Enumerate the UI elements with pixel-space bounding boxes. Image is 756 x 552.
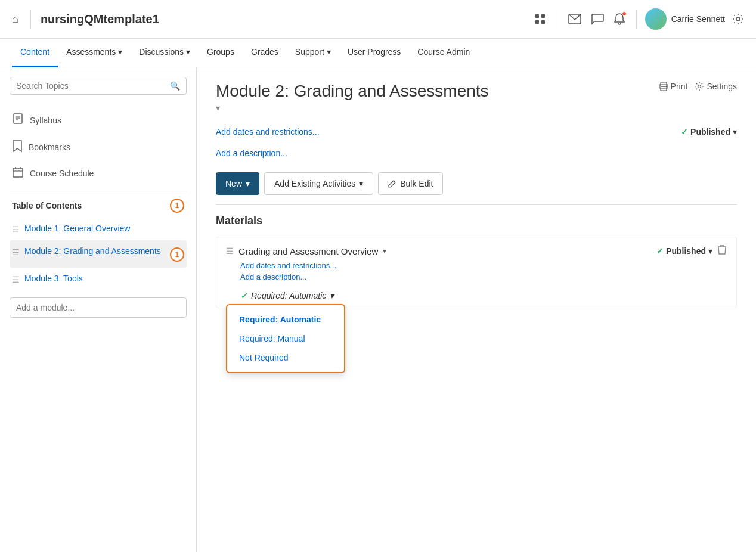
add-module-input[interactable] xyxy=(10,297,187,318)
material-actions: ✓ Published ▾ xyxy=(656,244,727,258)
settings-content-button[interactable]: Settings xyxy=(695,82,737,91)
avatar xyxy=(645,8,667,30)
chevron-down-icon: ▾ xyxy=(118,47,122,57)
calendar-icon xyxy=(12,166,24,180)
nav-course-admin[interactable]: Course Admin xyxy=(409,39,478,67)
separator-3 xyxy=(636,10,637,29)
sidebar: 🔍 Syllabus Bookmarks xyxy=(0,67,197,552)
nav-user-progress[interactable]: User Progress xyxy=(339,39,409,67)
module-collapse-btn[interactable]: ▾ xyxy=(216,103,489,113)
svg-rect-10 xyxy=(13,168,23,177)
edit-icon xyxy=(388,179,396,188)
title-actions: Print Settings xyxy=(659,82,737,91)
mail-button[interactable] xyxy=(566,11,584,27)
grid-icon xyxy=(534,13,546,25)
material-add-desc-link[interactable]: Add a description... xyxy=(226,271,727,286)
top-bar-left: ⌂ nursingQMtemplate1 xyxy=(10,10,525,29)
print-button[interactable]: Print xyxy=(659,82,688,91)
svg-rect-2 xyxy=(535,20,539,24)
material-name-row: ☰ Grading and Assessment Overview ▾ xyxy=(226,246,386,256)
drag-icon-3: ☰ xyxy=(12,275,20,284)
published-label-module: Published xyxy=(690,127,730,137)
nav-assessments[interactable]: Assessments ▾ xyxy=(58,39,131,67)
materials-title: Materials xyxy=(216,215,737,227)
new-button-label: New xyxy=(225,179,242,188)
required-chevron-icon: ▾ xyxy=(330,291,334,300)
sidebar-course-schedule[interactable]: Course Schedule xyxy=(10,160,187,186)
required-option-manual[interactable]: Required: Manual xyxy=(232,329,339,348)
add-description-link[interactable]: Add a description... xyxy=(216,144,737,163)
chevron-down-icon: ▾ xyxy=(186,47,190,57)
syllabus-icon xyxy=(12,113,24,128)
published-badge-module: ✓ Published ▾ xyxy=(681,127,737,137)
svg-point-18 xyxy=(698,85,701,88)
trash-icon xyxy=(717,244,727,255)
nav-support[interactable]: Support ▾ xyxy=(287,39,339,67)
svg-point-5 xyxy=(736,17,740,21)
material-name: Grading and Assessment Overview xyxy=(238,246,378,256)
required-trigger[interactable]: ✓ Required: Automatic ▾ xyxy=(240,291,727,300)
check-icon-material: ✓ xyxy=(656,246,664,256)
required-option-automatic[interactable]: Required: Automatic xyxy=(232,310,339,329)
svg-rect-1 xyxy=(541,14,545,18)
divider-1 xyxy=(216,204,737,205)
settings-button[interactable] xyxy=(730,11,746,27)
nav-content[interactable]: Content xyxy=(12,39,58,67)
settings-label: Settings xyxy=(707,82,737,91)
material-add-dates-link[interactable]: Add dates and restrictions... xyxy=(226,258,727,271)
svg-rect-3 xyxy=(541,20,545,24)
settings-icon xyxy=(695,82,704,91)
required-check-icon: ✓ xyxy=(240,291,247,300)
print-label: Print xyxy=(671,82,688,91)
sidebar-bookmarks-label: Bookmarks xyxy=(29,142,70,152)
add-existing-button[interactable]: Add Existing Activities ▾ xyxy=(264,172,373,195)
nav-grades[interactable]: Grades xyxy=(243,39,287,67)
search-input[interactable] xyxy=(16,81,166,91)
published-chevron[interactable]: ▾ xyxy=(733,127,737,137)
module-1-label: Module 1: General Overview xyxy=(24,224,184,233)
required-option-not-required[interactable]: Not Required xyxy=(232,348,339,367)
nav-groups[interactable]: Groups xyxy=(199,39,243,67)
material-delete-button[interactable] xyxy=(717,244,727,258)
separator-1 xyxy=(30,10,31,29)
materials-section: Materials ☰ Grading and Assessment Overv… xyxy=(216,215,737,308)
material-item-1: ☰ Grading and Assessment Overview ▾ ✓ Pu… xyxy=(216,237,737,308)
nav-bar: Content Assessments ▾ Discussions ▾ Grou… xyxy=(0,39,756,67)
top-bar: ⌂ nursingQMtemplate1 xyxy=(0,0,756,39)
module-2-label: Module 2: Grading and Assessments xyxy=(24,246,165,256)
bulk-edit-button[interactable]: Bulk Edit xyxy=(378,172,443,195)
module-item-1[interactable]: ☰ Module 1: General Overview xyxy=(10,218,187,240)
chat-button[interactable] xyxy=(588,11,606,27)
svg-point-17 xyxy=(666,86,667,87)
chevron-down-icon: ▾ xyxy=(327,47,331,57)
material-chevron-icon[interactable]: ▾ xyxy=(383,247,386,255)
module-item-3[interactable]: ☰ Module 3: Tools xyxy=(10,268,187,290)
material-header: ☰ Grading and Assessment Overview ▾ ✓ Pu… xyxy=(226,244,727,258)
toc-header: Table of Contents 1 xyxy=(10,191,187,218)
module-title-row: Module 2: Grading and Assessments ▾ Prin… xyxy=(216,82,737,113)
home-button[interactable]: ⌂ xyxy=(10,11,21,28)
module-title-section: Module 2: Grading and Assessments ▾ xyxy=(216,82,489,113)
sidebar-bookmarks[interactable]: Bookmarks xyxy=(10,134,187,160)
mail-icon xyxy=(568,14,581,24)
grid-icon-button[interactable] xyxy=(532,11,549,27)
module-title: Module 2: Grading and Assessments xyxy=(216,82,489,101)
sidebar-course-schedule-label: Course Schedule xyxy=(30,169,94,178)
sidebar-syllabus[interactable]: Syllabus xyxy=(10,107,187,134)
module-item-2[interactable]: ☰ Module 2: Grading and Assessments 1 xyxy=(10,240,187,268)
svg-rect-0 xyxy=(535,14,539,18)
material-published-chevron[interactable]: ▾ xyxy=(708,246,712,256)
app-title: nursingQMtemplate1 xyxy=(41,13,159,26)
bookmark-icon xyxy=(12,139,23,154)
add-dates-link[interactable]: Add dates and restrictions... xyxy=(216,122,320,141)
search-box: 🔍 xyxy=(10,77,187,95)
add-existing-chevron-icon: ▾ xyxy=(359,179,363,188)
chat-icon xyxy=(591,13,604,25)
dates-published-row: Add dates and restrictions... ✓ Publishe… xyxy=(216,122,737,141)
search-icon: 🔍 xyxy=(170,81,180,91)
new-button[interactable]: New ▾ xyxy=(216,172,259,195)
add-existing-label: Add Existing Activities xyxy=(274,179,355,188)
bell-button[interactable] xyxy=(611,10,628,28)
drag-icon-1: ☰ xyxy=(12,225,20,234)
nav-discussions[interactable]: Discussions ▾ xyxy=(131,39,199,67)
